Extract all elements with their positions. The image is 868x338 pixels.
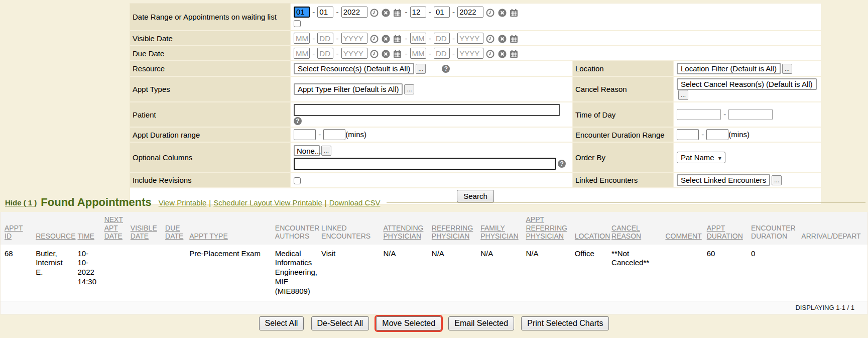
- optional-columns-value[interactable]: None...: [294, 145, 320, 156]
- cancel-reason-ellipsis-button[interactable]: ...: [678, 90, 688, 100]
- resource-ellipsis-button[interactable]: ...: [416, 64, 426, 74]
- due-date-start-month-input[interactable]: [294, 48, 310, 59]
- date-range-start-year-input[interactable]: [341, 7, 367, 18]
- encounter-duration-min-input[interactable]: [677, 129, 699, 140]
- date-range-start-day-input[interactable]: [317, 7, 333, 18]
- linked-encounters-filter-button[interactable]: Select Linked Encounters: [677, 174, 770, 186]
- scheduler-layout-printable-link[interactable]: Scheduler Layout View Printable: [213, 198, 322, 207]
- order-by-value: Pat Name: [681, 153, 714, 162]
- optional-columns-input[interactable]: [294, 158, 556, 170]
- move-selected-button[interactable]: Move Selected: [376, 316, 441, 330]
- column-header-referring-physician[interactable]: REFERRING PHYSICIAN: [432, 224, 473, 241]
- cell-appt-id: 68: [1, 245, 32, 301]
- linked-encounters-ellipsis-button[interactable]: ...: [772, 175, 782, 185]
- date-separator: -: [452, 34, 455, 43]
- column-header-cancel-reason[interactable]: CANCEL REASON: [611, 224, 641, 241]
- column-header-visible-date[interactable]: VISIBLE DATE: [131, 224, 157, 241]
- time-picker-icon[interactable]: [370, 50, 379, 58]
- visible-date-end-year-input[interactable]: [457, 33, 483, 44]
- column-header-appt-referring-physician[interactable]: APPT REFERRING PHYSICIAN: [526, 215, 567, 240]
- due-date-start-day-input[interactable]: [317, 48, 333, 59]
- patient-help-icon[interactable]: ?: [294, 117, 302, 125]
- encounter-duration-max-input[interactable]: [706, 129, 728, 140]
- column-header-attending-physician[interactable]: ATTENDING PHYSICIAN: [384, 224, 424, 241]
- patient-input[interactable]: [294, 104, 560, 116]
- date-separator: -: [336, 49, 339, 58]
- clear-date-icon[interactable]: [382, 35, 390, 43]
- resource-help-icon[interactable]: ?: [442, 65, 450, 73]
- due-date-end-month-input[interactable]: [410, 48, 426, 59]
- include-revisions-checkbox[interactable]: [294, 177, 301, 184]
- select-all-button[interactable]: Select All: [259, 316, 304, 330]
- appt-type-filter-button[interactable]: Appt Type Filter (Default is All): [294, 83, 403, 95]
- calendar-icon[interactable]: [393, 35, 402, 43]
- visible-date-start-year-input[interactable]: [341, 33, 367, 44]
- print-selected-charts-button[interactable]: Print Selected Charts: [521, 316, 609, 330]
- column-header-appt-duration[interactable]: APPT DURATION: [707, 224, 743, 241]
- column-header-due-date[interactable]: DUE DATE: [165, 224, 183, 241]
- calendar-icon[interactable]: [510, 9, 518, 17]
- appt-types-cancel-reason-row: Appt Types Appt Type Filter (Default is …: [130, 76, 821, 102]
- table-header-row: APPT ID RESOURCE TIME NEXT APT DATE VISI…: [1, 212, 867, 245]
- time-picker-icon[interactable]: [370, 9, 379, 17]
- column-header-appt-id[interactable]: APPT ID: [5, 224, 23, 241]
- hide-results-link[interactable]: Hide ( 1 ): [5, 198, 37, 207]
- location-filter-button[interactable]: Location Filter (Default is All): [677, 63, 781, 74]
- column-header-appt-type[interactable]: APPT TYPE: [189, 232, 228, 240]
- location-ellipsis-button[interactable]: ...: [782, 64, 792, 74]
- visible-date-start-day-input[interactable]: [317, 33, 333, 44]
- calendar-icon[interactable]: [393, 50, 402, 58]
- column-header-resource[interactable]: RESOURCE: [36, 232, 75, 240]
- column-header-time[interactable]: TIME: [77, 232, 94, 240]
- time-of-day-end-input[interactable]: [728, 109, 773, 120]
- optional-columns-ellipsis-button[interactable]: ...: [321, 146, 331, 156]
- date-range-start-month-input[interactable]: [294, 7, 310, 18]
- optional-columns-help-icon[interactable]: ?: [558, 160, 566, 168]
- due-date-end-day-input[interactable]: [434, 48, 450, 59]
- order-by-select[interactable]: Pat Name▾: [677, 152, 725, 163]
- cancel-reason-filter-button[interactable]: Select Cancel Reason(s) (Default is All): [677, 78, 817, 90]
- time-picker-icon[interactable]: [486, 9, 494, 17]
- displaying-status: DISPLAYING 1-1 / 1: [1, 301, 867, 314]
- appt-type-ellipsis-button[interactable]: ...: [404, 84, 414, 94]
- date-range-end-month-input[interactable]: [410, 7, 426, 18]
- column-header-next-apt-date[interactable]: NEXT APT DATE: [104, 215, 123, 240]
- location-label: Location: [572, 61, 674, 76]
- time-picker-icon[interactable]: [486, 35, 494, 43]
- deselect-all-button[interactable]: De-Select All: [311, 316, 369, 330]
- clear-date-icon[interactable]: [498, 9, 507, 17]
- resource-filter-button[interactable]: Select Resource(s) (Default is All): [294, 63, 414, 74]
- clear-date-icon[interactable]: [382, 50, 390, 58]
- calendar-icon[interactable]: [510, 50, 518, 58]
- date-range-end-day-input[interactable]: [434, 7, 450, 18]
- date-separator: -: [429, 34, 431, 43]
- cancel-reason-filter-text: Select Cancel Reason(s) (Default is All): [681, 80, 813, 88]
- visible-date-start-month-input[interactable]: [294, 33, 310, 44]
- download-csv-link[interactable]: Download CSV: [329, 198, 381, 207]
- visible-date-end-month-input[interactable]: [410, 33, 426, 44]
- due-date-end-year-input[interactable]: [457, 48, 483, 59]
- clear-date-icon[interactable]: [382, 9, 390, 17]
- date-range-end-year-input[interactable]: [457, 7, 483, 18]
- clear-date-icon[interactable]: [498, 35, 507, 43]
- time-picker-icon[interactable]: [370, 35, 379, 43]
- waiting-list-checkbox[interactable]: [294, 20, 301, 27]
- column-header-family-physician[interactable]: FAMILY PHYSICIAN: [480, 224, 518, 241]
- email-selected-button[interactable]: Email Selected: [448, 316, 514, 330]
- appt-duration-min-input[interactable]: [294, 129, 316, 140]
- calendar-icon[interactable]: [393, 9, 402, 17]
- column-header-comment[interactable]: COMMENT: [665, 232, 701, 240]
- due-date-start-year-input[interactable]: [341, 48, 367, 59]
- cell-appt-type: Pre-Placement Exam: [185, 245, 271, 301]
- view-printable-link[interactable]: View Printable: [159, 198, 207, 207]
- column-header-location[interactable]: LOCATION: [575, 232, 610, 240]
- patient-label: Patient: [130, 102, 291, 127]
- calendar-icon[interactable]: [510, 35, 518, 43]
- visible-date-end-day-input[interactable]: [434, 33, 450, 44]
- appt-duration-max-input[interactable]: [323, 129, 345, 140]
- table-row[interactable]: 68 Butler, Internist E. 10-10-2022 14:30…: [1, 245, 867, 301]
- date-separator: -: [312, 49, 315, 58]
- clear-date-icon[interactable]: [498, 50, 507, 58]
- time-picker-icon[interactable]: [486, 50, 494, 58]
- time-of-day-start-input[interactable]: [677, 109, 721, 120]
